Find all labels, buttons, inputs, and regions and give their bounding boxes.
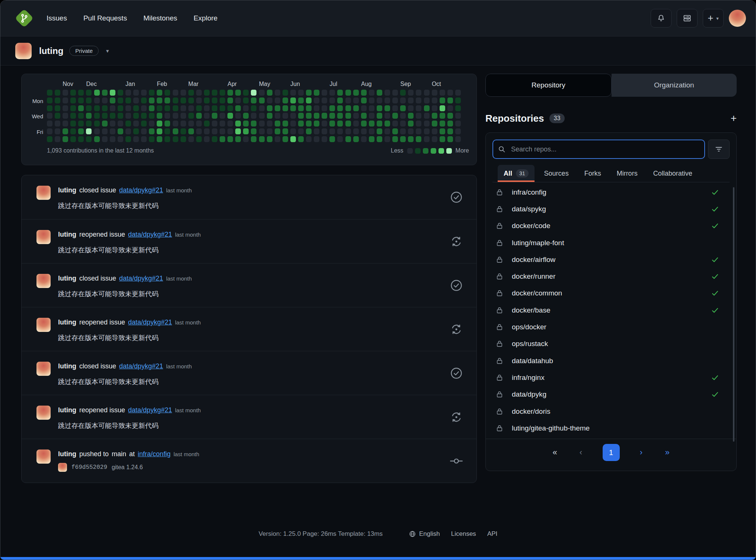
- create-new-button[interactable]: + ▾: [703, 9, 724, 28]
- footer-link-english[interactable]: English: [409, 530, 440, 538]
- repo-list-item[interactable]: data/spykg: [492, 201, 730, 217]
- profile-avatar[interactable]: [15, 43, 32, 59]
- repo-list-item[interactable]: ops/docker: [492, 319, 730, 335]
- heatmap-cell: [306, 90, 312, 96]
- profile-dropdown-caret-icon[interactable]: ▾: [106, 48, 109, 54]
- repo-name[interactable]: ops/docker: [512, 323, 546, 331]
- tab-repository[interactable]: Repository: [485, 74, 612, 97]
- issue-reopened-icon: [450, 410, 463, 424]
- heatmap-cell: [283, 105, 288, 111]
- heatmap-cell: [55, 128, 60, 134]
- repo-list-item[interactable]: docker/code: [492, 218, 730, 234]
- repo-list-item[interactable]: infra/config: [492, 184, 730, 201]
- pagination-first[interactable]: «: [551, 448, 559, 457]
- repo-list-scrollbar[interactable]: [733, 187, 734, 442]
- repo-name[interactable]: docker/code: [512, 222, 551, 230]
- repo-name[interactable]: luting/gitea-github-theme: [512, 424, 590, 432]
- repo-list-item[interactable]: luting/gitea-github-theme: [492, 420, 730, 436]
- actor-avatar[interactable]: [36, 362, 51, 376]
- repo-issue-link[interactable]: data/dpykg#21: [119, 186, 163, 194]
- gitea-logo-icon[interactable]: [15, 9, 34, 28]
- heatmap-cell: [47, 136, 52, 142]
- nav-link-milestones[interactable]: Milestones: [143, 14, 177, 22]
- heatmap-cell: [440, 128, 445, 134]
- repo-list-item[interactable]: docker/airflow: [492, 251, 730, 268]
- repo-filter-button[interactable]: [708, 140, 730, 159]
- pagination-prev[interactable]: ‹: [577, 448, 586, 457]
- heatmap-cell: [385, 105, 390, 111]
- heatmap-cell: [78, 121, 84, 127]
- repo-search-input[interactable]: [510, 145, 700, 154]
- commit-sha[interactable]: f69d552029: [71, 464, 107, 471]
- repo-list-item[interactable]: docker/doris: [492, 403, 730, 420]
- pagination-current-page[interactable]: 1: [603, 444, 620, 461]
- repo-name[interactable]: luting/maple-font: [512, 239, 564, 247]
- nav-link-explore[interactable]: Explore: [194, 14, 217, 22]
- actor-avatar[interactable]: [36, 449, 51, 464]
- heatmap-cell: [173, 113, 178, 119]
- repo-list-item[interactable]: docker/base: [492, 302, 730, 319]
- check-icon: [711, 390, 719, 399]
- repo-issue-link[interactable]: data/dpykg#21: [128, 406, 172, 414]
- repo-name[interactable]: docker/common: [512, 289, 562, 297]
- repo-name[interactable]: docker/base: [512, 306, 551, 314]
- repo-list-item[interactable]: docker/common: [492, 285, 730, 302]
- repo-name[interactable]: data/datahub: [512, 357, 553, 365]
- user-avatar[interactable]: [729, 10, 746, 27]
- add-repository-button[interactable]: +: [731, 113, 737, 124]
- repo-list-item[interactable]: luting/maple-font: [492, 234, 730, 251]
- actor-avatar[interactable]: [36, 186, 51, 200]
- repo-issue-link[interactable]: infra/config: [138, 450, 170, 458]
- actor-avatar[interactable]: [36, 406, 51, 420]
- heatmap-cell: [283, 113, 288, 119]
- actor-avatar[interactable]: [36, 230, 51, 244]
- repo-name[interactable]: infra/nginx: [512, 374, 545, 382]
- pagination-next[interactable]: ›: [637, 448, 646, 457]
- activity-title: lutingclosed issuedata/dpykg#21last mont…: [58, 362, 192, 370]
- profile-username[interactable]: luting: [39, 46, 63, 56]
- filter-tab-collaborative[interactable]: Collaborative: [647, 165, 698, 182]
- nav-link-issues[interactable]: Issues: [47, 14, 67, 22]
- heatmap-cell: [204, 105, 210, 111]
- repo-list-item[interactable]: infra/nginx: [492, 369, 730, 386]
- repo-name[interactable]: ops/rustack: [512, 340, 548, 348]
- tab-organization[interactable]: Organization: [612, 74, 737, 97]
- repo-list-item[interactable]: ops/rustack: [492, 336, 730, 352]
- filter-tab-all[interactable]: All31: [498, 165, 535, 182]
- actor-avatar[interactable]: [36, 318, 51, 332]
- heatmap-cell: [94, 90, 100, 96]
- repo-org-tabs: RepositoryOrganization: [485, 74, 737, 97]
- heatmap-cell: [400, 136, 406, 142]
- repo-list-item[interactable]: data/dpykg: [492, 386, 730, 403]
- action-text: pushed to: [79, 450, 109, 458]
- filter-tab-sources[interactable]: Sources: [538, 165, 575, 182]
- heatmap-cell: [290, 121, 296, 127]
- repo-list-item[interactable]: docker/runner: [492, 268, 730, 285]
- footer-link-api[interactable]: API: [487, 530, 497, 538]
- nav-link-pull-requests[interactable]: Pull Requests: [83, 14, 127, 22]
- heatmap-cell: [63, 90, 68, 96]
- commit-message: gitea 1.24.6: [112, 464, 143, 471]
- footer-link-licenses[interactable]: Licenses: [451, 530, 476, 538]
- repo-name[interactable]: docker/doris: [512, 407, 551, 416]
- notifications-button[interactable]: [651, 9, 672, 28]
- actor-avatar[interactable]: [36, 274, 51, 288]
- repo-name[interactable]: data/spykg: [512, 205, 546, 213]
- heatmap-cell: [173, 128, 178, 134]
- filter-tab-mirrors[interactable]: Mirrors: [611, 165, 644, 182]
- repo-name[interactable]: docker/runner: [512, 272, 555, 281]
- repo-list-item[interactable]: data/datahub: [492, 352, 730, 369]
- repo-name[interactable]: docker/airflow: [512, 256, 555, 264]
- month-label-dec: Dec: [86, 81, 97, 87]
- repo-issue-link[interactable]: data/dpykg#21: [119, 362, 163, 370]
- filter-tab-forks[interactable]: Forks: [578, 165, 607, 182]
- repo-issue-link[interactable]: data/dpykg#21: [119, 275, 163, 282]
- repo-issue-link[interactable]: data/dpykg#21: [128, 231, 172, 238]
- heatmap-cell: [361, 128, 367, 134]
- repo-name[interactable]: data/dpykg: [512, 390, 546, 399]
- actions-runner-button[interactable]: [677, 9, 698, 28]
- pagination-last[interactable]: »: [663, 448, 672, 457]
- repo-name[interactable]: infra/config: [512, 188, 546, 196]
- heatmap-cell: [70, 90, 76, 96]
- repo-issue-link[interactable]: data/dpykg#21: [128, 319, 172, 326]
